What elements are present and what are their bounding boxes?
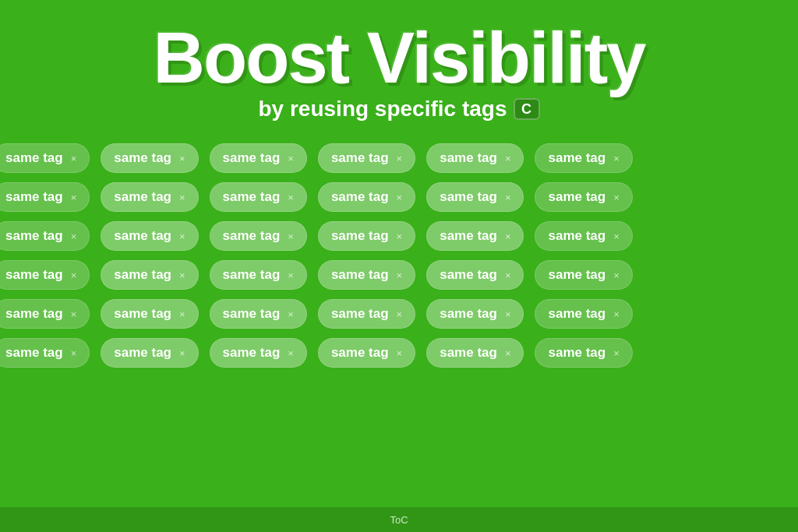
list-item[interactable]: same tag× — [535, 260, 632, 290]
list-item[interactable]: same tag× — [101, 338, 198, 368]
list-item[interactable]: same tag× — [426, 338, 524, 368]
list-item[interactable]: same tag× — [535, 182, 632, 212]
list-item[interactable]: same tag× — [0, 221, 90, 251]
toc-text: ToC — [390, 514, 408, 526]
list-item[interactable]: same tag× — [210, 299, 307, 329]
subtitle-text: by reusing specific tags — [259, 97, 507, 122]
list-item[interactable]: same tag× — [210, 260, 307, 290]
list-item[interactable]: same tag× — [101, 221, 198, 251]
camtasia-icon: C — [514, 98, 540, 120]
list-item[interactable]: same tag× — [535, 338, 632, 368]
list-item[interactable]: same tag× — [0, 182, 90, 212]
list-item[interactable]: same tag× — [0, 299, 90, 329]
list-item[interactable]: same tag× — [101, 143, 198, 173]
list-item[interactable]: same tag× — [210, 221, 307, 251]
list-item[interactable]: same tag× — [101, 182, 198, 212]
list-item[interactable]: same tag× — [318, 182, 415, 212]
list-item[interactable]: same tag× — [210, 143, 307, 173]
list-item[interactable]: same tag× — [0, 143, 90, 173]
header-section: Boost Visibility by reusing specific tag… — [0, 0, 798, 136]
list-item[interactable]: same tag× — [426, 299, 524, 329]
list-item[interactable]: same tag× — [426, 182, 524, 212]
list-item[interactable]: same tag× — [318, 260, 415, 290]
tags-row-5: same tag× same tag× same tag× same tag× … — [0, 294, 798, 333]
list-item[interactable]: same tag× — [210, 338, 307, 368]
tags-section: same tag× same tag× same tag× same tag× … — [0, 136, 798, 532]
subtitle: by reusing specific tags C — [16, 97, 782, 122]
list-item[interactable]: same tag× — [101, 299, 198, 329]
tags-row-1: same tag× same tag× same tag× same tag× … — [0, 139, 798, 178]
tags-row-6: same tag× same tag× same tag× same tag× … — [0, 333, 798, 372]
list-item[interactable]: same tag× — [426, 260, 524, 290]
tags-row-2: same tag× same tag× same tag× same tag× … — [0, 178, 798, 217]
list-item[interactable]: same tag× — [318, 299, 415, 329]
list-item[interactable]: same tag× — [535, 299, 632, 329]
list-item[interactable]: same tag× — [318, 143, 415, 173]
main-title: Boost Visibility — [16, 22, 782, 93]
tags-row-3: same tag× same tag× same tag× same tag× … — [0, 217, 798, 255]
list-item[interactable]: same tag× — [426, 221, 524, 251]
list-item[interactable]: same tag× — [318, 338, 415, 368]
content-wrapper: Boost Visibility by reusing specific tag… — [0, 0, 798, 532]
list-item[interactable]: same tag× — [101, 260, 198, 290]
list-item[interactable]: same tag× — [426, 143, 524, 173]
list-item[interactable]: same tag× — [0, 338, 90, 368]
list-item[interactable]: same tag× — [0, 260, 90, 290]
list-item[interactable]: same tag× — [535, 143, 632, 173]
list-item[interactable]: same tag× — [318, 221, 415, 251]
list-item[interactable]: same tag× — [210, 182, 307, 212]
tags-row-4: same tag× same tag× same tag× same tag× … — [0, 255, 798, 294]
list-item[interactable]: same tag× — [535, 221, 632, 251]
toc-bar[interactable]: ToC — [0, 507, 798, 532]
